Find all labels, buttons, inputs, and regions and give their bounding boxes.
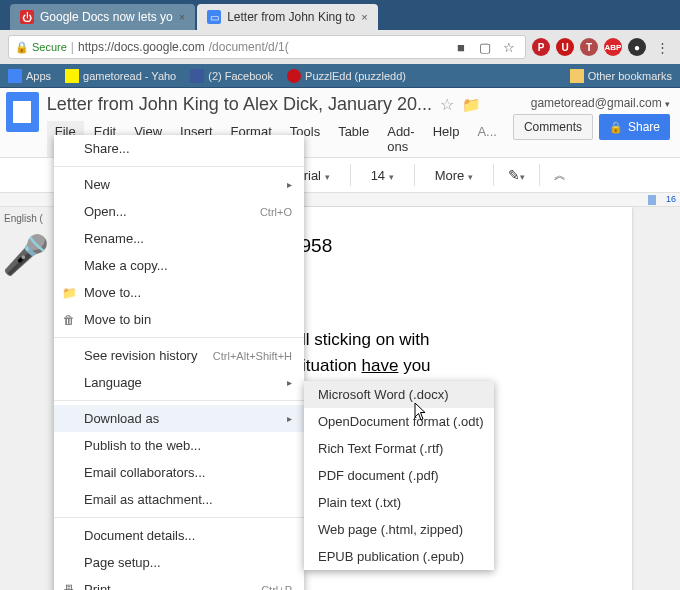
document-title[interactable]: Letter from John King to Alex Dick, Janu… [47, 92, 432, 117]
download-epub[interactable]: EPUB publication (.epub) [304, 543, 494, 570]
bookmark-other[interactable]: Other bookmarks [570, 69, 672, 83]
apps-icon [8, 69, 22, 83]
share-label: Share [628, 120, 660, 134]
more-toolbar-button[interactable]: More ▾ [429, 168, 479, 183]
yahoo-icon [65, 69, 79, 83]
shortcut-label: Ctrl+O [260, 206, 292, 218]
comments-button[interactable]: Comments [513, 114, 593, 140]
docs-home-button[interactable] [6, 92, 39, 132]
file-menu-email-attach[interactable]: Email as attachment... [54, 486, 304, 513]
star-icon[interactable]: ☆ [499, 37, 519, 57]
secure-indicator: 🔒 Secure [15, 41, 67, 54]
camera-icon[interactable]: ■ [451, 37, 471, 57]
ext-t-icon[interactable]: T [580, 38, 598, 56]
ext-q-icon[interactable]: ● [628, 38, 646, 56]
ublock-ext-icon[interactable]: U [556, 38, 574, 56]
share-button[interactable]: 🔒 Share [599, 114, 670, 140]
more-label: More [435, 168, 465, 183]
close-icon[interactable]: × [179, 11, 185, 23]
browser-tab-strip: ⏻ Google Docs now lets yo × ▭ Letter fro… [0, 0, 680, 30]
cast-icon[interactable]: ▢ [475, 37, 495, 57]
file-menu-publish[interactable]: Publish to the web... [54, 432, 304, 459]
download-odt[interactable]: OpenDocument format (.odt) [304, 408, 494, 435]
mouse-cursor-icon [414, 402, 430, 426]
folder-icon[interactable]: 📁 [462, 96, 481, 114]
file-menu-email-collab[interactable]: Email collaborators... [54, 459, 304, 486]
folder-icon: 📁 [61, 286, 77, 300]
account-email[interactable]: gametoread@gmail.com ▾ [531, 96, 670, 110]
chrome-menu-icon[interactable]: ⋮ [652, 37, 672, 57]
tab-title: Letter from John King to [227, 10, 355, 24]
address-bar[interactable]: 🔒 Secure | https://docs.google.com/docum… [8, 35, 526, 59]
file-menu-open[interactable]: Open...Ctrl+O [54, 198, 304, 225]
download-txt[interactable]: Plain text (.txt) [304, 489, 494, 516]
star-icon[interactable]: ☆ [440, 95, 454, 114]
close-icon[interactable]: × [361, 11, 367, 23]
bookmark-label: Other bookmarks [588, 70, 672, 82]
menu-help[interactable]: Help [425, 121, 468, 157]
file-menu-download-as[interactable]: Download as▸ [54, 405, 304, 432]
toolbar-expand-icon[interactable]: ︽ [554, 167, 566, 184]
file-menu-print[interactable]: 🖶PrintCtrl+P [54, 576, 304, 590]
bookmark-puzz[interactable]: PuzzlEdd (puzzledd) [287, 69, 406, 83]
ruler-marker-icon[interactable] [648, 195, 656, 205]
font-size: 14 [371, 168, 385, 183]
ruler-number: 16 [666, 194, 676, 204]
microphone-button[interactable]: 🎤 [4, 234, 46, 276]
file-menu-new[interactable]: New▸ [54, 171, 304, 198]
chevron-down-icon: ▾ [665, 99, 670, 109]
lock-icon: 🔒 [15, 41, 29, 54]
browser-tab-inactive[interactable]: ⏻ Google Docs now lets yo × [10, 4, 195, 30]
lock-icon: 🔒 [609, 121, 623, 134]
menu-table[interactable]: Table [330, 121, 377, 157]
file-menu-make-copy[interactable]: Make a copy... [54, 252, 304, 279]
menu-addons[interactable]: Add-ons [379, 121, 422, 157]
paint-format-icon[interactable]: ✎▾ [508, 167, 525, 183]
file-menu-doc-details[interactable]: Document details... [54, 522, 304, 549]
file-menu-share[interactable]: Share... [54, 135, 304, 162]
file-menu-dropdown: Share... New▸ Open...Ctrl+O Rename... Ma… [54, 135, 304, 590]
download-as-submenu: Microsoft Word (.docx) OpenDocument form… [304, 381, 494, 570]
power-icon: ⏻ [20, 10, 34, 24]
download-docx[interactable]: Microsoft Word (.docx) [304, 381, 494, 408]
bookmarks-bar: Apps gametoread - Yaho (2) Facebook Puzz… [0, 64, 680, 88]
chevron-down-icon: ▾ [325, 172, 330, 182]
pinterest-ext-icon[interactable]: P [532, 38, 550, 56]
facebook-icon [190, 69, 204, 83]
bookmark-fb[interactable]: (2) Facebook [190, 69, 273, 83]
file-menu-page-setup[interactable]: Page setup... [54, 549, 304, 576]
docs-logo-icon [13, 101, 31, 123]
secure-label: Secure [32, 41, 67, 53]
microphone-icon: 🎤 [2, 233, 49, 277]
url-path: /document/d/1( [209, 40, 289, 54]
abp-ext-icon[interactable]: ABP [604, 38, 622, 56]
bookmark-label: Apps [26, 70, 51, 82]
download-pdf[interactable]: PDF document (.pdf) [304, 462, 494, 489]
download-rtf[interactable]: Rich Text Format (.rtf) [304, 435, 494, 462]
file-menu-revision[interactable]: See revision historyCtrl+Alt+Shift+H [54, 342, 304, 369]
download-html[interactable]: Web page (.html, zipped) [304, 516, 494, 543]
font-size-selector[interactable]: 14 ▾ [365, 168, 400, 183]
shortcut-label: Ctrl+P [261, 584, 292, 591]
bookmark-label: PuzzlEdd (puzzledd) [305, 70, 406, 82]
chevron-down-icon: ▾ [468, 172, 473, 182]
folder-icon [570, 69, 584, 83]
file-menu-move-bin[interactable]: 🗑Move to bin [54, 306, 304, 333]
bookmark-label: gametoread - Yaho [83, 70, 176, 82]
bookmark-game[interactable]: gametoread - Yaho [65, 69, 176, 83]
menu-overflow[interactable]: A... [469, 121, 505, 157]
browser-toolbar: 🔒 Secure | https://docs.google.com/docum… [0, 30, 680, 64]
chevron-right-icon: ▸ [287, 179, 292, 190]
file-menu-language[interactable]: Language▸ [54, 369, 304, 396]
file-menu-rename[interactable]: Rename... [54, 225, 304, 252]
file-menu-move-to[interactable]: 📁Move to... [54, 279, 304, 306]
tab-title: Google Docs now lets yo [40, 10, 173, 24]
chevron-down-icon: ▾ [389, 172, 394, 182]
bookmark-apps[interactable]: Apps [8, 69, 51, 83]
shortcut-label: Ctrl+Alt+Shift+H [213, 350, 292, 362]
chevron-right-icon: ▸ [287, 413, 292, 424]
chevron-right-icon: ▸ [287, 377, 292, 388]
trash-icon: 🗑 [61, 313, 77, 327]
browser-tab-active[interactable]: ▭ Letter from John King to × [197, 4, 378, 30]
pinterest-icon [287, 69, 301, 83]
